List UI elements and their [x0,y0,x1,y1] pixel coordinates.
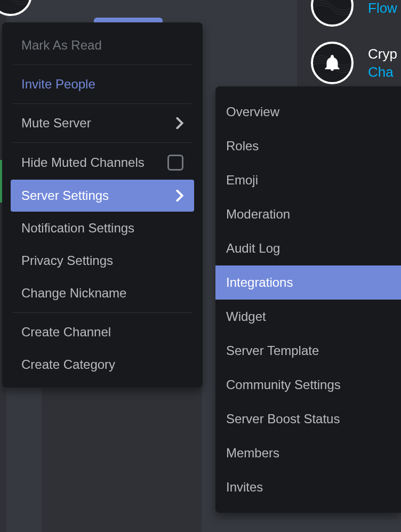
server-avatar-crypto[interactable] [311,42,354,84]
server-channel-cha[interactable]: Cha [368,64,394,80]
submenu-community-settings[interactable]: Community Settings [215,368,401,402]
menu-divider [13,65,192,65]
menu-label: Invite People [21,77,95,92]
server-name-flow[interactable]: Flow [368,0,397,17]
chevron-right-icon [176,117,183,129]
menu-label: Create Category [21,357,115,372]
wave-pattern-icon [0,0,30,14]
server-settings-submenu: Overview Roles Emoji Moderation Audit Lo… [215,86,401,513]
menu-privacy-settings[interactable]: Privacy Settings [11,245,194,277]
menu-change-nickname[interactable]: Change Nickname [11,277,194,309]
submenu-invites[interactable]: Invites [215,470,401,504]
menu-label: Notification Settings [21,221,134,236]
checkbox-unchecked-icon[interactable] [167,155,183,171]
chevron-right-icon [176,190,183,201]
menu-label: Mark As Read [21,38,102,53]
menu-divider [13,103,192,104]
wave-pattern-icon [313,0,351,25]
submenu-emoji[interactable]: Emoji [215,163,401,197]
menu-mute-server[interactable]: Mute Server [11,107,194,139]
submenu-members[interactable]: Members [215,436,401,470]
submenu-moderation[interactable]: Moderation [215,197,401,231]
menu-create-category[interactable]: Create Category [11,349,194,381]
menu-label: Mute Server [21,116,91,131]
menu-label: Hide Muted Channels [21,155,145,170]
submenu-roles[interactable]: Roles [215,129,401,163]
menu-label: Server Settings [21,188,109,203]
menu-notification-settings[interactable]: Notification Settings [11,212,194,244]
server-name-cryp[interactable]: Cryp [368,46,397,62]
menu-mark-as-read[interactable]: Mark As Read [11,29,194,61]
menu-server-settings[interactable]: Server Settings [11,180,194,212]
submenu-server-template[interactable]: Server Template [215,334,401,368]
menu-invite-people[interactable]: Invite People [11,68,194,100]
bell-icon [323,53,342,72]
submenu-widget[interactable]: Widget [215,300,401,334]
submenu-integrations[interactable]: Integrations [215,265,401,300]
menu-divider [13,142,192,143]
menu-label: Privacy Settings [21,253,113,268]
server-context-menu: Mark As Read Invite People Mute Server H… [2,22,203,388]
menu-label: Create Channel [21,325,111,340]
submenu-overview[interactable]: Overview [215,95,401,129]
menu-hide-muted-channels[interactable]: Hide Muted Channels [11,146,194,179]
menu-divider [13,312,192,313]
menu-label: Change Nickname [21,286,126,301]
submenu-audit-log[interactable]: Audit Log [215,231,401,265]
submenu-server-boost-status[interactable]: Server Boost Status [215,402,401,436]
server-avatar-top[interactable] [0,0,32,16]
menu-create-channel[interactable]: Create Channel [11,316,194,348]
